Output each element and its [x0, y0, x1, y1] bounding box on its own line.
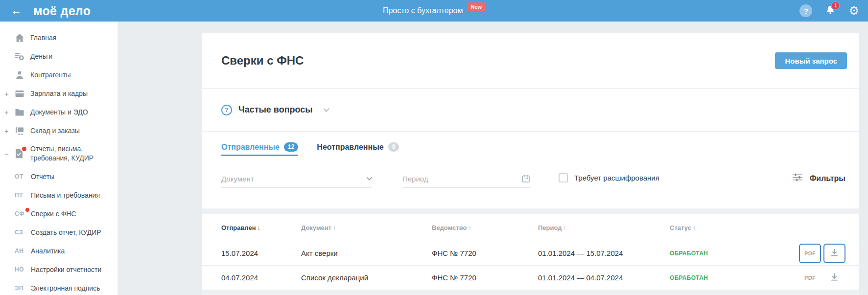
main-card: Сверки с ФНС Новый запрос ? Частые вопро…	[202, 33, 859, 295]
tab-sent[interactable]: Отправленные 12	[221, 142, 298, 156]
app-logo[interactable]: моё дело	[33, 4, 91, 18]
notification-dot	[25, 208, 29, 212]
sidebar-subitem-reports[interactable]: ОТ Отчеты	[0, 167, 117, 186]
tab-label: Неотправленные	[317, 143, 383, 152]
decryption-checkbox[interactable]	[559, 173, 568, 182]
promo-banner[interactable]: Просто с бухгалтером New	[383, 0, 485, 22]
tab-label: Отправленные	[221, 143, 280, 152]
sidebar-item-contractors[interactable]: Контрагенты	[0, 66, 117, 84]
column-header-sent[interactable]: Отправлен↓	[221, 224, 301, 231]
sidebar-item-label: Главная	[30, 33, 56, 43]
table-row[interactable]: 15.07.2024 Акт сверки ФНС № 7720 01.01.2…	[202, 241, 859, 266]
sidebar-item-home[interactable]: Главная	[0, 28, 117, 47]
sort-up-icon: ↑	[693, 225, 696, 231]
svg-text:₽: ₽	[20, 56, 23, 60]
chevron-down-icon[interactable]	[367, 177, 372, 181]
subitem-prefix: ЭП	[15, 285, 31, 292]
expander: +	[0, 108, 10, 116]
back-arrow-icon[interactable]: ←	[11, 5, 22, 16]
column-header-period[interactable]: Период↑	[538, 224, 670, 231]
column-header-status[interactable]: Статус↑	[670, 224, 787, 231]
sidebar-item-warehouse[interactable]: + Склад и заказы	[0, 121, 117, 140]
subitem-label: Письма и требования	[31, 191, 100, 199]
new-request-button[interactable]: Новый запрос	[775, 52, 847, 69]
pdf-button[interactable]: PDF	[799, 244, 821, 263]
sidebar-item-label: Документы и ЭДО	[30, 108, 88, 117]
filters-row: Требует расшифрования Фильтры	[202, 157, 859, 188]
documents-folder-icon	[15, 108, 25, 117]
sidebar-item-money[interactable]: ₽ Деньги	[0, 47, 117, 66]
help-icon[interactable]: ?	[799, 4, 812, 17]
document-select[interactable]	[221, 175, 372, 188]
settings-gear-icon[interactable]: ⚙	[848, 5, 859, 17]
checkbox-label: Требует расшифрования	[574, 174, 659, 182]
sidebar-subitem-analytics[interactable]: АН Аналитика	[0, 242, 117, 260]
subitem-prefix: ПТ	[15, 192, 31, 199]
sidebar-subitem-create-report[interactable]: СЗ Создать отчет, КУДИР	[0, 223, 117, 242]
sidebar-item-reports[interactable]: − Отчеты, письма, требования, КУДИР	[0, 140, 117, 167]
period-input[interactable]	[402, 175, 521, 183]
subitem-label: Электронная подпись	[31, 284, 100, 292]
sidebar-item-documents[interactable]: + Документы и ЭДО	[0, 103, 117, 121]
download-icon	[830, 249, 839, 258]
cell-period: 01.01.2024 — 04.07.2024	[538, 273, 670, 282]
subitem-prefix: НО	[15, 266, 31, 273]
calendar-icon[interactable]	[521, 174, 530, 183]
page-title: Сверки с ФНС	[221, 54, 304, 68]
cell-sent-date: 04.07.2024	[221, 273, 301, 282]
tabs-bar: Отправленные 12 Неотправленные 8	[202, 132, 859, 157]
sidebar-subitem-fns-reconciliations[interactable]: СФ Сверки с ФНС	[0, 204, 117, 223]
column-header-agency[interactable]: Ведомство↑	[432, 224, 538, 231]
subitem-label: Настройки отчетности	[31, 266, 101, 273]
cell-period: 01.01.2024 — 15.07.2024	[538, 249, 670, 257]
subitem-prefix: СЗ	[15, 229, 31, 236]
column-header-document[interactable]: Документ↑	[301, 224, 432, 231]
subitem-label: Отчеты	[31, 173, 54, 181]
pdf-label: PDF	[804, 275, 816, 281]
home-icon	[15, 33, 25, 43]
period-field[interactable]	[402, 174, 530, 188]
sort-down-icon: ↓	[258, 225, 260, 231]
table-row[interactable]: 04.07.2024 Список деклараций ФНС № 7720 …	[202, 266, 859, 290]
tab-count-badge: 8	[388, 142, 399, 152]
pdf-button[interactable]: PDF	[799, 268, 821, 288]
cell-agency: ФНС № 7720	[432, 273, 538, 282]
sidebar-item-label: Деньги	[30, 52, 52, 61]
sort-up-icon: ↑	[468, 225, 471, 231]
status-badge: ОБРАБОТАН	[670, 250, 787, 257]
table-header: Отправлен↓ Документ↑ Ведомство↑ Период↑ …	[202, 214, 859, 241]
pdf-label: PDF	[804, 250, 816, 256]
expander: +	[0, 127, 10, 135]
cell-document: Акт сверки	[301, 249, 432, 257]
download-button[interactable]	[823, 244, 845, 263]
filters-button[interactable]: Фильтры	[793, 173, 845, 183]
cell-sent-date: 15.07.2024	[221, 249, 301, 257]
subitem-prefix: АН	[15, 248, 31, 254]
sidebar-subitem-esignature[interactable]: ЭП Электронная подпись	[0, 279, 117, 295]
chevron-down-icon[interactable]	[323, 108, 329, 112]
section-separator	[202, 208, 859, 214]
subitem-prefix: ОТ	[15, 173, 31, 180]
sidebar-item-label: Зарплата и кадры	[30, 89, 88, 98]
sidebar-subitem-letters[interactable]: ПТ Письма и требования	[0, 186, 117, 204]
sidebar-item-salary[interactable]: + Зарплата и кадры	[0, 84, 117, 103]
download-button[interactable]	[823, 268, 845, 288]
cell-agency: ФНС № 7720	[432, 249, 538, 257]
contractors-icon	[15, 70, 25, 80]
sidebar-item-label: Отчеты, письма, требования, КУДИР	[30, 144, 106, 163]
subitem-label: Аналитика	[31, 247, 65, 255]
sort-up-icon: ↑	[333, 225, 336, 231]
sliders-icon	[793, 173, 802, 183]
money-icon: ₽	[15, 52, 25, 61]
filters-label: Фильтры	[810, 174, 845, 183]
sidebar-subitem-report-settings[interactable]: НО Настройки отчетности	[0, 260, 117, 279]
faq-section[interactable]: ? Частые вопросы	[202, 89, 859, 131]
salary-icon	[15, 89, 25, 98]
tab-unsent[interactable]: Неотправленные 8	[317, 142, 399, 156]
notifications-bell[interactable]: 1	[825, 5, 835, 17]
promo-tagline: Просто с бухгалтером	[383, 6, 463, 15]
top-bar: ← моё дело Просто с бухгалтером New ? 1 …	[0, 0, 868, 22]
faq-label: Частые вопросы	[238, 105, 313, 115]
sort-up-icon: ↑	[563, 225, 566, 231]
document-select-input[interactable]	[221, 175, 367, 183]
